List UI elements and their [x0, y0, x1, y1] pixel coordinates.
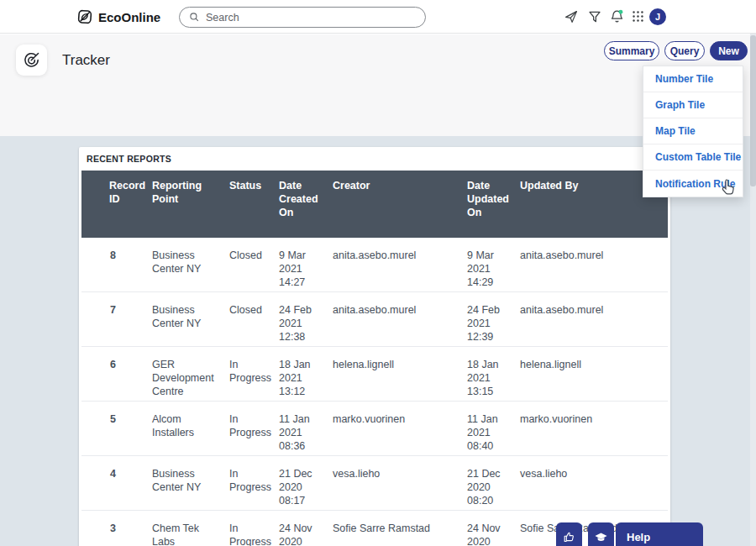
- cell-creator: anita.asebo.murel: [333, 292, 467, 347]
- column-header-reporting-point: Reporting Point: [152, 171, 229, 238]
- cell-reporting-point: Business Center NY: [152, 292, 229, 347]
- column-header-creator: Creator: [333, 171, 467, 238]
- cell-updated-by: helena.lignell: [520, 347, 668, 402]
- user-avatar[interactable]: J: [649, 8, 666, 25]
- table-row: 5Alcom InstallersIn Progress11 Jan 2021 …: [81, 402, 668, 456]
- table-row: 8Business Center NYClosed9 Mar 2021 14:2…: [81, 238, 668, 292]
- notifications-bell-icon[interactable]: [609, 8, 624, 24]
- cell-reporting-point: GER Development Centre: [152, 347, 229, 402]
- query-button[interactable]: Query: [664, 41, 705, 60]
- cell-status: In Progress: [229, 456, 279, 511]
- cell-status: In Progress: [229, 511, 279, 546]
- cell-date-updated: 18 Jan 2021 13:15: [467, 347, 520, 402]
- cell-updated-by: anita.asebo.murel: [520, 292, 668, 347]
- cell-reporting-point: Business Center NY: [152, 456, 229, 511]
- feedback-thumbs-up-button[interactable]: [556, 522, 582, 546]
- cell-reporting-point: Alcom Installers: [152, 402, 229, 456]
- top-navigation-bar: EcoOnline: [0, 0, 756, 34]
- cell-date-created: 11 Jan 2021 08:36: [279, 402, 333, 456]
- recent-reports-card: RECENT REPORTS Record IDReporting PointS…: [79, 147, 670, 546]
- column-header-status: Status: [229, 171, 279, 238]
- cell-date-created: 21 Dec 2020 08:17: [279, 456, 333, 511]
- menu-item-number-tile[interactable]: Number Tile: [643, 66, 743, 92]
- cell-creator: Sofie Sarre Ramstad: [333, 511, 467, 546]
- search-box[interactable]: [179, 7, 426, 28]
- cell-updated-by: vesa.lieho: [520, 456, 668, 511]
- column-header-record-id: Record ID: [81, 171, 152, 238]
- search-input[interactable]: [206, 12, 399, 24]
- graduation-cap-icon: [594, 530, 608, 544]
- cell-record-id[interactable]: 6: [81, 347, 152, 402]
- apps-grid-icon[interactable]: [631, 9, 646, 24]
- recent-reports-title: RECENT REPORTS: [79, 147, 670, 171]
- table-row: 7Business Center NYClosed24 Feb 2021 12:…: [81, 292, 668, 347]
- academy-graduation-cap-button[interactable]: [588, 522, 614, 546]
- new-button[interactable]: New: [710, 41, 748, 60]
- send-icon[interactable]: [564, 9, 579, 24]
- cell-date-updated: 9 Mar 2021 14:29: [467, 238, 520, 292]
- scrollbar-thumb[interactable]: [750, 35, 756, 186]
- cell-status: In Progress: [229, 347, 279, 402]
- cell-creator: anita.asebo.murel: [333, 238, 467, 292]
- column-header-date-created-on: Date Created On: [279, 171, 333, 238]
- cell-date-created: 24 Feb 2021 12:38: [279, 292, 333, 347]
- summary-button[interactable]: Summary: [604, 41, 659, 60]
- recent-reports-table: Record IDReporting PointStatusDate Creat…: [81, 171, 668, 546]
- cell-date-created: 18 Jan 2021 13:12: [279, 347, 333, 402]
- page-title: Tracker: [62, 52, 110, 69]
- help-button[interactable]: Help: [616, 522, 703, 546]
- cell-date-updated: 21 Dec 2020 08:20: [467, 456, 520, 511]
- cell-record-id[interactable]: 8: [81, 238, 152, 292]
- cell-date-updated: 24 Feb 2021 12:39: [467, 292, 520, 347]
- cell-date-updated: 24 Nov 2020 10:29: [467, 511, 520, 546]
- cell-updated-by: marko.vuorinen: [520, 402, 668, 456]
- cell-updated-by: anita.asebo.murel: [520, 238, 668, 292]
- cell-record-id[interactable]: 4: [81, 456, 152, 511]
- cell-reporting-point: Business Center NY: [152, 238, 229, 292]
- menu-item-map-tile[interactable]: Map Tile: [643, 118, 743, 144]
- cell-record-id[interactable]: 5: [81, 402, 152, 456]
- notification-dot: [618, 10, 622, 14]
- cell-status: Closed: [229, 238, 279, 292]
- brand-name: EcoOnline: [98, 10, 160, 24]
- search-icon: [189, 12, 200, 23]
- cell-creator: helena.lignell: [333, 347, 467, 402]
- table-row: 4Business Center NYIn Progress21 Dec 202…: [81, 456, 668, 511]
- app-window: EcoOnline: [0, 0, 756, 546]
- cell-date-created: 9 Mar 2021 14:27: [279, 238, 333, 292]
- ecoonline-logo-icon: [76, 8, 94, 26]
- cell-status: In Progress: [229, 402, 279, 456]
- cell-status: Closed: [229, 292, 279, 347]
- table-row: 6GER Development CentreIn Progress18 Jan…: [81, 347, 668, 402]
- table-header-row: Record IDReporting PointStatusDate Creat…: [81, 171, 668, 238]
- filter-icon[interactable]: [587, 9, 602, 24]
- cell-creator: marko.vuorinen: [333, 402, 467, 456]
- tracker-module-icon: [16, 45, 47, 76]
- cell-date-created: 24 Nov 2020 10:26: [279, 511, 333, 546]
- column-header-date-updated-on: Date Updated On: [467, 171, 520, 238]
- cell-date-updated: 11 Jan 2021 08:40: [467, 402, 520, 456]
- cell-record-id[interactable]: 3: [81, 511, 152, 546]
- cell-creator: vesa.lieho: [333, 456, 467, 511]
- thumbs-up-icon: [563, 531, 575, 543]
- cell-reporting-point: Chem Tek Labs: [152, 511, 229, 546]
- menu-item-graph-tile[interactable]: Graph Tile: [643, 92, 743, 118]
- mouse-pointer-cursor: [721, 178, 737, 200]
- menu-item-custom-table-tile[interactable]: Custom Table Tile: [643, 144, 743, 171]
- cell-record-id[interactable]: 7: [81, 292, 152, 347]
